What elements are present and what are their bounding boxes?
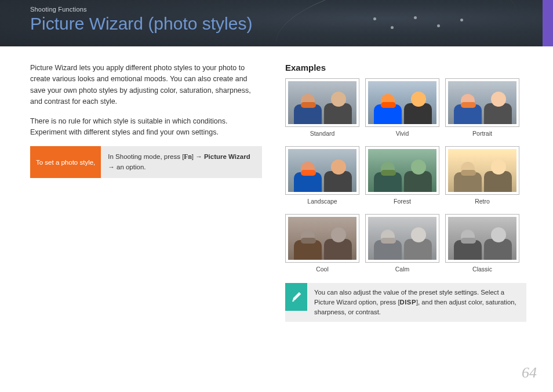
example-cell-cool: Cool: [285, 214, 359, 278]
intro-paragraph-1: Picture Wizard lets you apply different …: [30, 63, 262, 108]
example-caption: Retro: [445, 198, 519, 205]
example-caption: Vivid: [365, 130, 439, 137]
example-thumbnail-forest: [365, 146, 439, 195]
intro-paragraph-2: There is no rule for which style is suit…: [30, 116, 262, 139]
instruction-body: In Shooting mode, press [Fn] → Picture W…: [101, 146, 262, 178]
example-caption: Forest: [365, 198, 439, 205]
section-label: Shooting Functions: [30, 6, 553, 13]
examples-grid: StandardVividPortraitLandscapeForestRetr…: [285, 78, 526, 278]
fn-key-label: Fn: [184, 153, 191, 160]
page-header: Shooting Functions Picture Wizard (photo…: [0, 0, 553, 46]
example-thumbnail-classic: [445, 214, 519, 263]
example-thumbnail-portrait: [445, 78, 519, 127]
instruction-box: To set a photo style, In Shooting mode, …: [30, 146, 262, 178]
examples-heading: Examples: [285, 63, 526, 72]
page-number: 64: [522, 364, 537, 382]
example-cell-forest: Forest: [365, 146, 439, 210]
disp-key-label: DISP: [400, 299, 416, 306]
example-caption: Calm: [365, 266, 439, 273]
example-thumbnail-landscape: [285, 146, 359, 195]
example-thumbnail-standard: [285, 78, 359, 127]
instruction-arrow-2: → an option.: [108, 164, 145, 170]
example-caption: Classic: [445, 266, 519, 273]
example-cell-calm: Calm: [365, 214, 439, 278]
left-column: Picture Wizard lets you apply different …: [30, 63, 262, 322]
example-caption: Landscape: [285, 198, 359, 205]
instruction-label: To set a photo style,: [30, 146, 101, 178]
example-caption: Standard: [285, 130, 359, 137]
example-thumbnail-cool: [285, 214, 359, 263]
instruction-text-pre: In Shooting mode, press [: [108, 153, 184, 160]
section-tab-indicator: [543, 0, 553, 46]
example-thumbnail-retro: [445, 146, 519, 195]
example-cell-vivid: Vivid: [365, 78, 439, 143]
instruction-arrow-1: ] →: [192, 153, 204, 160]
example-thumbnail-calm: [365, 214, 439, 263]
example-cell-landscape: Landscape: [285, 146, 359, 210]
example-thumbnail-vivid: [365, 78, 439, 127]
example-cell-classic: Classic: [445, 214, 519, 278]
example-caption: Cool: [285, 266, 359, 273]
example-cell-retro: Retro: [445, 146, 519, 210]
instruction-step: Picture Wizard: [204, 153, 250, 160]
tip-text: You can also adjust the value of the pre…: [307, 283, 526, 322]
example-caption: Portrait: [445, 130, 519, 137]
pen-icon: [285, 283, 307, 311]
example-cell-portrait: Portrait: [445, 78, 519, 143]
example-cell-standard: Standard: [285, 78, 359, 143]
page-title: Picture Wizard (photo styles): [30, 14, 553, 34]
right-column: Examples StandardVividPortraitLandscapeF…: [285, 63, 526, 322]
tip-note: You can also adjust the value of the pre…: [285, 283, 526, 322]
